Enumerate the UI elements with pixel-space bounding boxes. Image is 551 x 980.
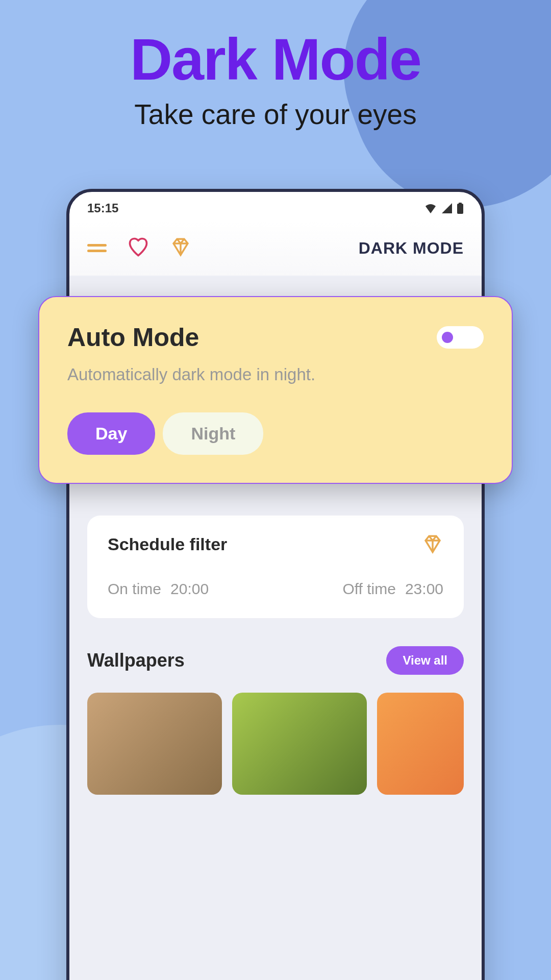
auto-mode-title: Auto Mode [67,323,199,352]
view-all-button[interactable]: View all [386,646,464,675]
on-time-label: On time [108,580,161,598]
on-time-value: 20:00 [170,580,209,598]
wallpaper-grid [87,693,464,795]
hero-subtitle: Take care of your eyes [0,98,551,131]
day-button[interactable]: Day [67,412,155,455]
favorites-button[interactable] [127,236,149,260]
status-bar: 15:15 [69,192,482,220]
status-time: 15:15 [87,201,118,215]
auto-mode-card: Auto Mode Automatically dark mode in nig… [38,296,513,484]
wallpaper-thumb[interactable] [87,693,222,795]
premium-button[interactable] [170,236,191,260]
battery-icon [457,203,464,214]
mode-buttons: Day Night [67,412,484,455]
wifi-icon [424,203,437,213]
wallpaper-thumb[interactable] [377,693,464,795]
svg-rect-1 [459,203,462,204]
night-button[interactable]: Night [163,412,263,455]
menu-button[interactable] [87,244,107,252]
off-time-value: 23:00 [405,580,443,598]
page-title: DARK MODE [359,239,464,258]
schedule-title: Schedule filter [108,534,227,554]
auto-mode-description: Automatically dark mode in night. [67,365,484,384]
app-top-bar: DARK MODE [69,220,482,276]
wallpapers-title: Wallpapers [87,650,185,671]
off-time-label: Off time [342,580,395,598]
auto-mode-toggle[interactable] [437,326,484,349]
wallpapers-section: Wallpapers View all [87,646,464,795]
hero-title: Dark Mode [0,0,551,93]
wallpaper-thumb[interactable] [232,693,367,795]
svg-rect-0 [457,204,463,214]
off-time-group[interactable]: Off time 23:00 [342,580,443,598]
status-icons [424,203,464,214]
signal-icon [441,203,453,213]
diamond-icon [422,533,443,555]
on-time-group[interactable]: On time 20:00 [108,580,209,598]
schedule-filter-card[interactable]: Schedule filter On time 20:00 Off time 2… [87,516,464,618]
